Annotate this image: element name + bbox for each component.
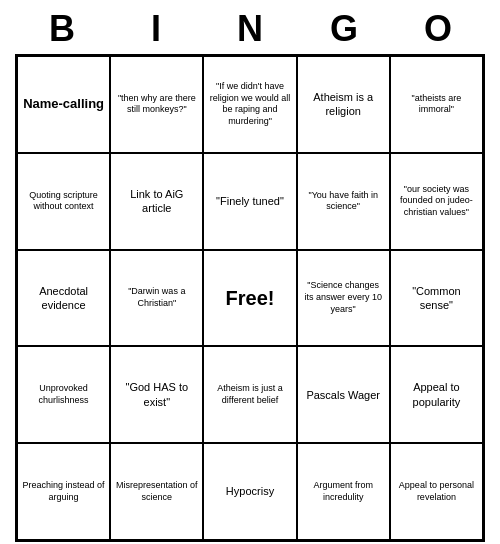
bingo-cell-10[interactable]: Anecdotal evidence [17, 250, 110, 347]
bingo-cell-18[interactable]: Pascals Wager [297, 346, 390, 443]
bingo-cell-23[interactable]: Argument from incredulity [297, 443, 390, 540]
bingo-cell-11[interactable]: "Darwin was a Christian" [110, 250, 203, 347]
bingo-cell-12[interactable]: Free! [203, 250, 296, 347]
bingo-header: BINGO [15, 0, 485, 54]
bingo-cell-20[interactable]: Preaching instead of arguing [17, 443, 110, 540]
bingo-cell-14[interactable]: "Common sense" [390, 250, 483, 347]
bingo-cell-3[interactable]: Atheism is a religion [297, 56, 390, 153]
bingo-cell-21[interactable]: Misrepresentation of science [110, 443, 203, 540]
bingo-cell-1[interactable]: "then why are there still monkeys?" [110, 56, 203, 153]
header-letter-i: I [116, 8, 196, 50]
bingo-cell-19[interactable]: Appeal to popularity [390, 346, 483, 443]
bingo-cell-8[interactable]: "You have faith in science" [297, 153, 390, 250]
header-letter-g: G [304, 8, 384, 50]
bingo-cell-13[interactable]: "Science changes its answer every 10 yea… [297, 250, 390, 347]
bingo-cell-15[interactable]: Unprovoked churlishness [17, 346, 110, 443]
bingo-grid: Name-calling"then why are there still mo… [15, 54, 485, 542]
bingo-cell-2[interactable]: "If we didn't have religion we would all… [203, 56, 296, 153]
bingo-cell-9[interactable]: "our society was founded on judeo-christ… [390, 153, 483, 250]
bingo-cell-0[interactable]: Name-calling [17, 56, 110, 153]
bingo-cell-16[interactable]: "God HAS to exist" [110, 346, 203, 443]
bingo-cell-5[interactable]: Quoting scripture without context [17, 153, 110, 250]
bingo-cell-17[interactable]: Atheism is just a different belief [203, 346, 296, 443]
header-letter-o: O [398, 8, 478, 50]
header-letter-b: B [22, 8, 102, 50]
bingo-cell-4[interactable]: "atheists are immoral" [390, 56, 483, 153]
bingo-cell-24[interactable]: Appeal to personal revelation [390, 443, 483, 540]
bingo-cell-22[interactable]: Hypocrisy [203, 443, 296, 540]
bingo-cell-7[interactable]: "Finely tuned" [203, 153, 296, 250]
header-letter-n: N [210, 8, 290, 50]
bingo-cell-6[interactable]: Link to AiG article [110, 153, 203, 250]
